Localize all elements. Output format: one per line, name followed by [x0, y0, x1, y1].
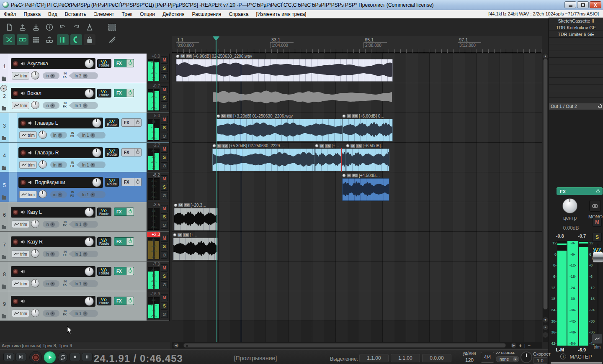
master-mute-button[interactable]: M: [593, 218, 602, 227]
record-monitor-knob[interactable]: [31, 249, 39, 258]
zoom-in-horizontal-icon[interactable]: +: [519, 343, 521, 348]
razor-edit-icon[interactable]: [106, 34, 118, 45]
solo-button[interactable]: S: [161, 154, 168, 161]
media-item[interactable]: M FX [+4.50dB…: [342, 173, 389, 201]
track-panel[interactable]: 3 Главарь L Route FX: [0, 113, 169, 143]
track-name-bar[interactable]: [11, 296, 95, 307]
zoom-out-horizontal-icon[interactable]: −: [528, 343, 531, 348]
input-select[interactable]: In 1 ▼: [76, 161, 106, 168]
record-monitor-knob[interactable]: [39, 190, 47, 198]
trim-button[interactable]: trim: [12, 72, 29, 79]
fx-power-icon[interactable]: [126, 297, 134, 305]
speaker-icon[interactable]: [20, 269, 26, 274]
fx-button[interactable]: FX: [121, 118, 142, 127]
crossfade-icon[interactable]: [3, 34, 15, 45]
item-fx-button[interactable]: FX: [352, 174, 358, 177]
menu-item[interactable]: Трек: [118, 10, 136, 18]
track-panel[interactable]: 4 Главарь R Route FX: [0, 143, 169, 172]
record-arm-button[interactable]: [20, 150, 26, 156]
speaker-icon[interactable]: [20, 61, 26, 67]
media-item[interactable]: M FX [+6.50dB]…: [346, 144, 389, 171]
fx-button[interactable]: FX: [114, 59, 134, 67]
record-monitor-knob[interactable]: [31, 279, 39, 287]
item-body[interactable]: [212, 149, 315, 171]
media-item[interactable]: M FX [+3.20dB] 01-250630_2206.wav: [216, 114, 342, 141]
solo-button[interactable]: S: [161, 243, 168, 250]
track-name[interactable]: Вокал: [27, 90, 85, 96]
fx-power-icon[interactable]: [134, 178, 141, 186]
item-fx-button[interactable]: FX: [186, 54, 192, 58]
record-arm-button[interactable]: [13, 61, 19, 67]
item-fx-button[interactable]: FX: [184, 203, 190, 207]
mute-button[interactable]: M: [161, 235, 168, 242]
bpm-control[interactable]: уд/мин 120: [459, 351, 480, 363]
item-mute-button[interactable]: M: [320, 144, 324, 148]
record-monitor-knob[interactable]: [31, 309, 39, 317]
menu-item[interactable]: [Изменить имя трека]: [252, 10, 310, 18]
folder-icon[interactable]: [2, 315, 6, 318]
selection-start-field[interactable]: 1.1.00: [359, 354, 389, 362]
track-name[interactable]: Главарь L: [35, 120, 92, 126]
master-gain-value[interactable]: 0.00dB: [549, 225, 593, 231]
open-project-icon[interactable]: [17, 22, 28, 33]
item-fx-button[interactable]: FX: [352, 114, 358, 118]
speaker-icon[interactable]: [28, 120, 34, 126]
media-item[interactable]: M FX [+6.60dB] 0…: [342, 114, 393, 141]
record-arm-button[interactable]: [13, 298, 19, 305]
fx-power-icon[interactable]: [126, 59, 134, 67]
item-body[interactable]: [342, 178, 389, 201]
route-button[interactable]: Route: [97, 267, 111, 276]
playrate-control[interactable]: Скорост 1.0: [533, 351, 547, 364]
item-fx-button[interactable]: FX: [325, 144, 331, 148]
fx-slot[interactable]: [549, 71, 603, 78]
item-fx-button[interactable]: FX: [183, 233, 189, 237]
input-monitor-select[interactable]: in ▼: [43, 221, 59, 228]
item-body[interactable]: [346, 149, 389, 171]
item-mute-button[interactable]: M: [221, 114, 226, 118]
transport-time[interactable]: 24.1.91 / 0:46.453: [94, 353, 183, 364]
item-volume-knob[interactable]: [212, 144, 216, 148]
fx-slot[interactable]: [549, 51, 603, 58]
item-body[interactable]: [176, 59, 393, 82]
phase-button[interactable]: ∅: [161, 281, 168, 288]
speaker-icon[interactable]: [20, 90, 26, 96]
track-name[interactable]: Казу R: [27, 239, 85, 245]
track-panel[interactable]: 2 Вокал Route FX: [0, 83, 169, 113]
folder-icon[interactable]: [2, 137, 6, 140]
route-button[interactable]: Route: [97, 89, 111, 97]
trim-button[interactable]: trim: [19, 191, 37, 198]
audio-device-status[interactable]: [44.1kHz 24bit WAV : 2/2ch 1024spls ~71/…: [488, 11, 601, 16]
input-monitor-select[interactable]: in ▼: [50, 191, 67, 198]
record-arm-button[interactable]: [13, 209, 19, 215]
metronome-icon[interactable]: [84, 22, 95, 33]
volume-knob[interactable]: [92, 178, 101, 187]
trim-button[interactable]: trim: [12, 310, 29, 317]
phase-button[interactable]: ∅: [161, 192, 168, 199]
selection-length-field[interactable]: 0.0.00: [422, 354, 451, 362]
route-button[interactable]: Route: [97, 59, 111, 68]
record-arm-button[interactable]: [13, 239, 19, 245]
time-signature[interactable]: 4/4: [481, 352, 494, 363]
item-fx-button[interactable]: FX: [227, 114, 232, 118]
speaker-icon[interactable]: [28, 150, 34, 156]
item-volume-knob[interactable]: [342, 114, 346, 118]
trim-button[interactable]: trim: [12, 220, 29, 228]
master-fader[interactable]: [593, 252, 603, 263]
snap-toggle-icon[interactable]: [70, 34, 82, 45]
track-panel[interactable]: 7 Казу R Route FX: [0, 232, 169, 261]
route-button[interactable]: Route: [105, 118, 119, 127]
solo-button[interactable]: S: [161, 184, 168, 191]
track-name[interactable]: Акустика: [27, 61, 85, 67]
record-button[interactable]: [29, 351, 42, 364]
zoom-out-vertical-icon[interactable]: −: [543, 332, 548, 338]
vertical-scrollbar[interactable]: [543, 54, 548, 342]
record-monitor-knob[interactable]: [31, 71, 39, 79]
fx-power-icon[interactable]: [134, 119, 141, 126]
folder-icon[interactable]: [2, 77, 6, 81]
track-panel[interactable]: 6 Казу L Route FX: [0, 202, 169, 232]
track-name-bar[interactable]: [11, 266, 95, 277]
new-project-icon[interactable]: [3, 22, 15, 33]
fx-slot[interactable]: [549, 78, 603, 85]
menu-item[interactable]: Вид: [44, 10, 61, 18]
folder-icon[interactable]: [2, 226, 6, 229]
